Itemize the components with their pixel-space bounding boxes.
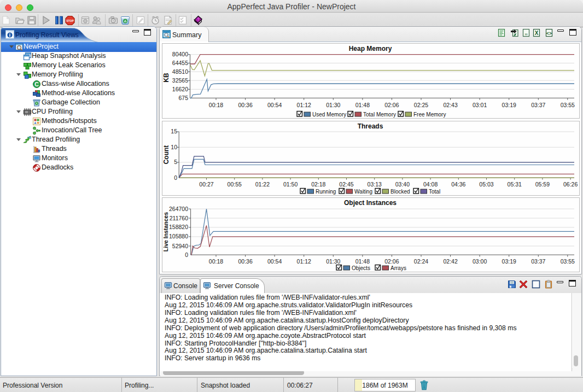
svg-text:STOP: STOP bbox=[66, 19, 74, 22]
svg-text:52940: 52940 bbox=[172, 243, 188, 249]
svg-text:02:24: 02:24 bbox=[414, 258, 428, 265]
svg-text:03:37: 03:37 bbox=[531, 102, 545, 108]
svg-text:03:40: 03:40 bbox=[395, 181, 410, 188]
svg-text:00:18: 00:18 bbox=[209, 258, 223, 265]
svg-text:Waiting: Waiting bbox=[354, 189, 372, 195]
svg-text:00:36: 00:36 bbox=[238, 102, 252, 108]
svg-text:,,: ,, bbox=[524, 30, 527, 36]
svg-text:675: 675 bbox=[178, 95, 188, 101]
svg-text:Arrays: Arrays bbox=[390, 265, 406, 271]
svg-text:04:36: 04:36 bbox=[451, 181, 465, 188]
svg-text:03:37: 03:37 bbox=[531, 258, 545, 265]
svg-text:264700: 264700 bbox=[169, 206, 188, 212]
svg-text:03:01: 03:01 bbox=[473, 102, 487, 108]
svg-text:02:42: 02:42 bbox=[443, 258, 457, 265]
svg-text:02:06: 02:06 bbox=[384, 258, 399, 265]
svg-text:00:36: 00:36 bbox=[238, 258, 252, 265]
svg-text:01:48: 01:48 bbox=[355, 102, 370, 108]
svg-text:16620: 16620 bbox=[172, 86, 188, 92]
svg-text:01:48: 01:48 bbox=[355, 258, 370, 265]
svg-text:Free Memory: Free Memory bbox=[413, 112, 446, 118]
svg-text:Live Instances: Live Instances bbox=[162, 212, 169, 252]
svg-text:00:27: 00:27 bbox=[199, 181, 213, 188]
svg-text:03:19: 03:19 bbox=[502, 102, 516, 108]
svg-text:00:54: 00:54 bbox=[267, 258, 282, 265]
svg-text:Count: Count bbox=[162, 145, 170, 165]
svg-text:04:08: 04:08 bbox=[423, 181, 438, 188]
svg-text:06:26: 06:26 bbox=[563, 181, 578, 188]
svg-text:02:06: 02:06 bbox=[384, 102, 399, 108]
svg-text:Objects: Objects bbox=[352, 265, 370, 271]
svg-text:05:59: 05:59 bbox=[535, 181, 550, 188]
svg-text:05:03: 05:03 bbox=[479, 181, 493, 188]
svg-text:211760: 211760 bbox=[170, 215, 188, 221]
svg-text:48510: 48510 bbox=[172, 68, 188, 75]
svg-text:Total: Total bbox=[429, 189, 440, 195]
svg-text:03:00: 03:00 bbox=[473, 258, 487, 265]
svg-text:02:43: 02:43 bbox=[443, 102, 457, 108]
svg-text:C: C bbox=[34, 81, 39, 87]
svg-text:02:18: 02:18 bbox=[311, 181, 325, 188]
svg-text:01:12: 01:12 bbox=[297, 102, 311, 108]
svg-text:01:12: 01:12 bbox=[297, 258, 311, 265]
svg-text:Heap Memory: Heap Memory bbox=[349, 45, 392, 52]
svg-text:KB: KB bbox=[162, 73, 170, 83]
svg-text:03:13: 03:13 bbox=[368, 181, 382, 188]
svg-text:01:30: 01:30 bbox=[326, 102, 340, 108]
svg-text:Total Memory: Total Memory bbox=[363, 112, 396, 118]
svg-text:00:55: 00:55 bbox=[228, 181, 242, 188]
svg-text:5: 5 bbox=[174, 159, 177, 165]
svg-text:Used Memory: Used Memory bbox=[312, 112, 346, 118]
svg-text:158820: 158820 bbox=[169, 224, 188, 230]
svg-text:105880: 105880 bbox=[169, 233, 188, 239]
svg-text:80400: 80400 bbox=[172, 51, 188, 57]
svg-text:0: 0 bbox=[174, 174, 177, 181]
svg-text:Object Instances: Object Instances bbox=[344, 199, 397, 207]
svg-text:32565: 32565 bbox=[172, 77, 188, 84]
svg-text:03:55: 03:55 bbox=[561, 102, 575, 108]
svg-text:15: 15 bbox=[171, 128, 177, 134]
svg-text:02:45: 02:45 bbox=[339, 181, 353, 188]
svg-text:01:30: 01:30 bbox=[326, 258, 340, 265]
svg-text:X: X bbox=[535, 30, 539, 36]
svg-text:03:19: 03:19 bbox=[502, 258, 516, 265]
svg-text:Threads: Threads bbox=[358, 122, 383, 130]
svg-text:Blocked: Blocked bbox=[390, 189, 410, 195]
svg-text:00:54: 00:54 bbox=[267, 102, 282, 108]
svg-text:64455: 64455 bbox=[172, 60, 188, 66]
svg-text:00:18: 00:18 bbox=[209, 102, 223, 108]
svg-text:01:50: 01:50 bbox=[283, 181, 298, 188]
svg-text:10: 10 bbox=[171, 144, 177, 150]
svg-text:02:25: 02:25 bbox=[414, 102, 428, 108]
svg-text:0: 0 bbox=[185, 251, 188, 258]
svg-text:03:55: 03:55 bbox=[561, 258, 575, 265]
svg-text:Running: Running bbox=[316, 189, 336, 195]
svg-text:<>: <> bbox=[546, 31, 552, 36]
svg-text:01:22: 01:22 bbox=[255, 181, 270, 188]
svg-text:05:31: 05:31 bbox=[508, 181, 522, 188]
